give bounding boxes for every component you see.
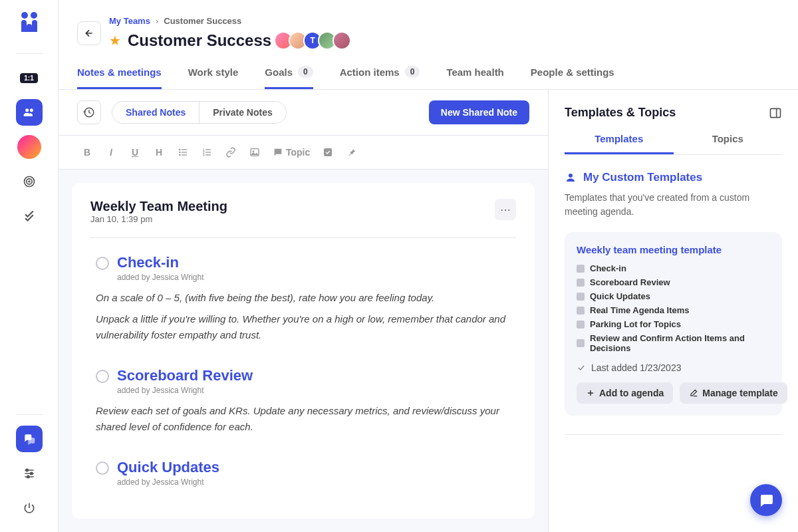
templates-tab[interactable]: Templates — [565, 133, 674, 154]
agenda-body[interactable]: Review each set of goals and KRs. Update… — [96, 403, 516, 435]
bold-button[interactable]: B — [77, 142, 97, 162]
checkbox-circle[interactable] — [96, 462, 109, 475]
svg-point-0 — [21, 12, 28, 19]
sliders-icon — [23, 467, 36, 480]
avatar — [332, 31, 351, 50]
template-actions: Add to agenda Manage template — [577, 382, 770, 404]
svg-point-2 — [25, 108, 29, 112]
tab-work-style[interactable]: Work style — [188, 66, 239, 89]
nav-tasks[interactable] — [16, 203, 43, 229]
target-icon — [23, 175, 36, 188]
topics-tab[interactable]: Topics — [674, 133, 783, 154]
note-date: Jan 10, 1:39 pm — [90, 214, 227, 224]
user-avatar-icon — [17, 135, 41, 159]
history-button[interactable] — [77, 100, 101, 124]
note-menu-button[interactable]: ⋯ — [495, 199, 516, 220]
underline-button[interactable]: U — [125, 142, 145, 162]
back-button[interactable] — [77, 21, 101, 45]
checkbox-circle[interactable] — [96, 257, 109, 270]
template-item: Review and Confirm Action Items and Deci… — [577, 333, 770, 353]
people-icon — [23, 106, 36, 119]
sidebar-bottom — [16, 426, 43, 521]
chat-bubbles-icon — [23, 432, 36, 446]
section-header: My Custom Templates — [565, 171, 782, 184]
bookmark-icon — [577, 339, 585, 347]
svg-rect-24 — [324, 148, 332, 156]
templates-panel: Templates & Topics Templates Topics My C… — [548, 90, 798, 532]
main-area: My Teams › Customer Success ★ Customer S… — [59, 0, 798, 532]
heading-button[interactable]: H — [149, 142, 169, 162]
manage-template-button[interactable]: Manage template — [680, 382, 787, 404]
nav-goals[interactable] — [16, 168, 43, 195]
nav-power[interactable] — [16, 495, 43, 521]
agenda-title: Check-in — [117, 254, 204, 271]
topic-button[interactable]: Topic — [269, 142, 314, 162]
agenda-body[interactable]: On a scale of 0 – 5, (with five being th… — [96, 290, 516, 343]
link-button[interactable] — [221, 142, 241, 162]
arrow-left-icon — [84, 28, 94, 39]
nav-settings[interactable] — [16, 460, 43, 487]
bookmark-icon — [577, 293, 585, 301]
breadcrumb: My Teams › Customer Success — [109, 16, 351, 26]
breadcrumb-root[interactable]: My Teams — [109, 16, 150, 26]
nav-one-on-one[interactable]: 1:1 — [16, 65, 43, 91]
divider — [16, 53, 43, 54]
italic-button[interactable]: I — [101, 142, 121, 162]
tab-notes-meetings[interactable]: Notes & meetings — [77, 66, 162, 89]
checkbox-button[interactable] — [318, 142, 338, 162]
person-icon — [565, 172, 577, 184]
svg-point-1 — [31, 12, 37, 19]
pin-button[interactable] — [342, 142, 362, 162]
nav-teams[interactable] — [16, 99, 43, 126]
tab-action-items[interactable]: Action items0 — [340, 66, 420, 89]
breadcrumb-current: Customer Success — [164, 16, 241, 26]
bullet-list-button[interactable] — [173, 142, 193, 162]
app-logo — [19, 11, 40, 37]
template-item: Scoreboard Review — [577, 277, 770, 287]
template-name[interactable]: Weekly team meeting template — [577, 244, 770, 255]
template-item: Parking Lot for Topics — [577, 319, 770, 329]
shared-notes-tab[interactable]: Shared Notes — [112, 102, 199, 123]
panel-collapse-icon[interactable] — [769, 106, 782, 120]
bookmark-icon — [577, 321, 585, 329]
new-shared-note-button[interactable]: New Shared Note — [429, 100, 529, 124]
agenda-title: Quick Updates — [117, 459, 219, 476]
team-avatars[interactable]: T — [278, 31, 351, 50]
numbered-list-button[interactable]: 123 — [197, 142, 217, 162]
star-icon[interactable]: ★ — [109, 33, 121, 49]
agenda-author: added by Jessica Wright — [117, 386, 253, 395]
svg-rect-19 — [205, 152, 211, 152]
bookmark-icon — [577, 265, 585, 273]
tab-team-health[interactable]: Team health — [446, 66, 503, 89]
last-added-label: Last added 1/23/2023 — [577, 362, 770, 373]
link-icon — [225, 147, 236, 158]
private-notes-tab[interactable]: Private Notes — [200, 102, 285, 123]
tab-people-settings[interactable]: People & settings — [531, 66, 614, 89]
bookmark-icon — [577, 307, 585, 315]
template-item: Check-in — [577, 263, 770, 273]
tab-goals[interactable]: Goals0 — [265, 66, 313, 89]
image-button[interactable] — [245, 142, 265, 162]
nav-avatar[interactable] — [16, 134, 43, 160]
checkbox-circle[interactable] — [96, 370, 109, 383]
plus-icon — [586, 388, 595, 398]
divider — [16, 414, 43, 415]
checkbox-icon — [323, 147, 333, 158]
chat-launcher-button[interactable] — [750, 484, 782, 516]
svg-point-23 — [253, 150, 255, 152]
svg-rect-13 — [182, 152, 187, 152]
svg-rect-21 — [205, 154, 211, 155]
double-check-icon — [23, 209, 36, 223]
note-title: Weekly Team Meeting — [90, 199, 227, 214]
agenda-author: added by Jessica Wright — [117, 477, 219, 487]
chevron-right-icon: › — [156, 16, 158, 26]
image-icon — [249, 147, 260, 158]
svg-text:3: 3 — [203, 154, 205, 157]
svg-point-26 — [569, 174, 573, 178]
svg-rect-17 — [205, 149, 211, 150]
page-header: My Teams › Customer Success ★ Customer S… — [59, 0, 798, 66]
add-to-agenda-button[interactable]: Add to agenda — [577, 382, 673, 404]
template-card: Weekly team meeting template Check-in Sc… — [565, 232, 782, 416]
nav-feedback[interactable] — [16, 426, 43, 452]
svg-point-12 — [179, 152, 181, 154]
